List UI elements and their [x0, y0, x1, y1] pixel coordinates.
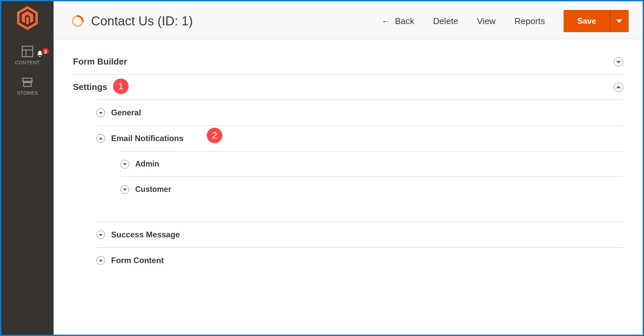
- content: Form Builder Settings 1 General Email No…: [54, 39, 643, 273]
- magento-logo[interactable]: [15, 6, 39, 30]
- back-label: Back: [395, 16, 414, 26]
- section-title: Settings 1: [73, 82, 107, 92]
- collapse-toggle[interactable]: [120, 185, 129, 194]
- save-dropdown-button[interactable]: [610, 10, 629, 32]
- subsection-title: Success Message: [111, 230, 180, 239]
- subsection-success-message[interactable]: Success Message: [96, 222, 623, 248]
- annotation-badge-2: 2: [207, 128, 222, 143]
- subsection-title: Customer: [135, 185, 171, 194]
- chevron-down-icon: [616, 61, 621, 64]
- nav-stores[interactable]: STORES: [1, 70, 54, 100]
- magento-hex-icon: [17, 6, 38, 30]
- collapse-toggle[interactable]: [96, 134, 105, 143]
- subsection-general[interactable]: General: [96, 100, 623, 126]
- chevron-up-icon: [616, 86, 621, 88]
- chevron-up-icon: [99, 137, 103, 139]
- page-title: Contact Us (ID: 1): [91, 14, 193, 28]
- annotation-badge-1: 1: [113, 79, 129, 94]
- settings-subsections: General Email Notifications 2 Admin Cust…: [73, 100, 623, 273]
- chevron-down-icon: [616, 19, 622, 23]
- back-button[interactable]: ← Back: [382, 16, 414, 26]
- subsection-title: Admin: [135, 159, 159, 169]
- chevron-down-icon: [123, 189, 127, 191]
- save-button-group: Save: [564, 10, 629, 32]
- sidebar: CONTENT 3 STORES: [1, 1, 54, 335]
- subsection-form-content[interactable]: Form Content: [96, 248, 623, 273]
- save-button[interactable]: Save: [564, 10, 610, 32]
- subsection-title: Form Content: [111, 256, 164, 265]
- nav-content[interactable]: CONTENT 3: [1, 39, 54, 70]
- section-gap: [96, 202, 623, 222]
- subsection-email-notifications[interactable]: Email Notifications 2: [96, 126, 623, 151]
- subsection-title: General: [111, 108, 141, 117]
- chevron-down-icon: [99, 234, 103, 236]
- content-layout-icon: [21, 45, 33, 58]
- nav-label: STORES: [17, 90, 38, 96]
- subsection-customer[interactable]: Customer: [120, 177, 623, 202]
- chevron-down-icon: [123, 163, 127, 165]
- collapse-toggle[interactable]: [614, 83, 623, 92]
- delete-button[interactable]: Delete: [433, 16, 458, 26]
- email-subsections: Admin Customer: [96, 151, 623, 202]
- collapse-toggle[interactable]: [120, 160, 129, 169]
- section-form-builder[interactable]: Form Builder: [73, 49, 623, 75]
- collapse-toggle[interactable]: [96, 256, 105, 265]
- arrow-left-icon: ←: [382, 16, 390, 26]
- subsection-admin[interactable]: Admin: [120, 151, 623, 177]
- page-header: Contact Us (ID: 1) ← Back Delete View Re…: [54, 1, 643, 39]
- nav-label: CONTENT: [15, 60, 40, 65]
- loading-ring-icon: [71, 14, 84, 28]
- chevron-down-icon: [99, 112, 103, 114]
- view-button[interactable]: View: [477, 16, 496, 26]
- subsection-title: Email Notifications: [111, 134, 183, 143]
- stores-icon: [21, 76, 33, 88]
- collapse-toggle[interactable]: [614, 57, 623, 67]
- section-title: Form Builder: [73, 57, 127, 67]
- collapse-toggle[interactable]: [96, 230, 105, 239]
- main-area: Contact Us (ID: 1) ← Back Delete View Re…: [54, 1, 643, 335]
- svg-rect-3: [24, 83, 31, 86]
- notification-badge[interactable]: 3: [36, 50, 49, 58]
- chevron-down-icon: [99, 260, 103, 262]
- settings-label: Settings: [73, 82, 107, 92]
- collapse-toggle[interactable]: [96, 108, 105, 117]
- svg-rect-0: [22, 46, 33, 57]
- section-settings[interactable]: Settings 1: [73, 75, 623, 100]
- badge-count: 3: [42, 48, 49, 54]
- reports-button[interactable]: Reports: [514, 16, 545, 26]
